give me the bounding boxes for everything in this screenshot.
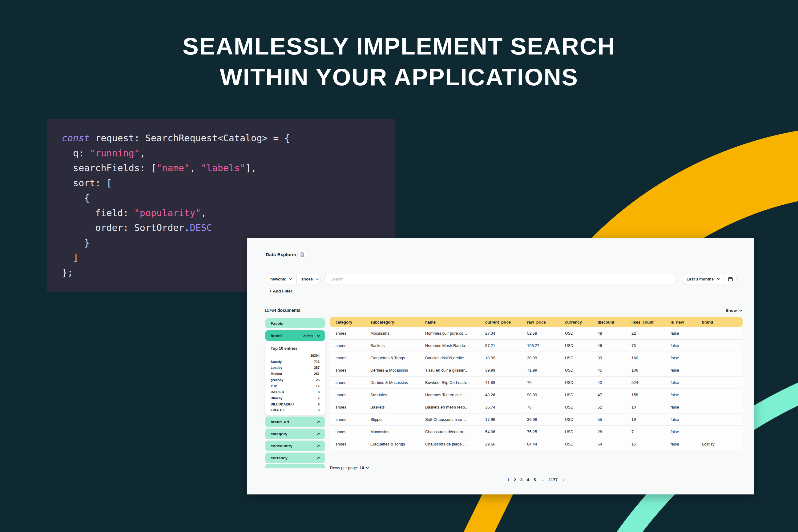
page-number[interactable]: 5 [534, 477, 536, 482]
page-number[interactable]: 4 [527, 477, 529, 482]
cell: shoes [336, 442, 370, 446]
facets-header-label: Facets [271, 321, 283, 326]
cell: Hommes cuir pure co… [425, 331, 485, 336]
cell: 18.99 [485, 356, 527, 360]
header-cell-name: name [425, 320, 485, 324]
cell: 52.58 [527, 331, 565, 336]
cell: USD [565, 405, 597, 410]
facet-brand_url[interactable]: brand_url [265, 417, 325, 427]
page-number[interactable]: 2 [514, 477, 516, 482]
dataset-select[interactable]: newchic [266, 274, 297, 284]
cell: 71.99 [527, 368, 565, 373]
facet-label: category [271, 432, 287, 436]
cell: 70 [527, 380, 565, 385]
cell: Hommes Mesh Rando… [425, 343, 485, 348]
facet-entry[interactable]: Blioesy7 [271, 395, 320, 401]
header-cell-brand: brand [702, 320, 743, 324]
facet-entry[interactable]: DILUODAISHU6 [271, 401, 320, 407]
chevron-down-icon [288, 277, 292, 281]
facet-entries: 10304Socofy713Lostisy367Menico281gracosy… [271, 353, 320, 414]
table-row[interactable]: shoesSlipperSoft Chaussons à se…17.9939.… [330, 413, 743, 425]
calendar-icon [728, 277, 733, 282]
facet-entry[interactable]: YJP17 [271, 383, 320, 390]
add-filter-button[interactable]: + Add Filter [269, 289, 292, 293]
facet-entry-name: Lostisy [271, 365, 282, 371]
facet-entry[interactable]: gracosy25 [271, 377, 320, 383]
chevron-down-icon [315, 277, 319, 281]
table-row[interactable]: shoesSandalesHommes Toe en cuir …48.2690… [330, 388, 743, 401]
cell: Chaussons de plage … [425, 442, 485, 446]
search-input[interactable] [324, 274, 677, 284]
table-row[interactable]: shoesBasketsBaskets en mesh resp…36.7476… [330, 401, 743, 413]
table-row[interactable]: shoesDerbies & MocassinsBowknot Slip On … [330, 376, 743, 388]
facet-entry[interactable]: R-SPIER8 [271, 389, 320, 395]
yellow-ribbon [464, 494, 513, 532]
document-icon [300, 252, 304, 257]
calendar-button[interactable] [724, 274, 737, 284]
facet-entry-name: FREETIE [271, 407, 285, 414]
facet-entry[interactable]: Socofy713 [271, 359, 320, 365]
facet-label: currency [271, 456, 288, 460]
facet-currency[interactable]: currency [265, 453, 325, 463]
facet-entry-count: 713 [314, 359, 320, 365]
cell: 47 [597, 393, 631, 397]
header-cell-raw_price: raw_price [527, 320, 565, 324]
pagination-ellipsis: … [540, 477, 544, 482]
pagination: 12345…1177 [330, 477, 743, 482]
facet-entry-name: Blioesy [271, 395, 282, 401]
cell: 106.27 [527, 343, 565, 348]
page: SEAMLESSLY IMPLEMENT SEARCH WITHIN YOUR … [0, 0, 798, 532]
facet-entry[interactable]: FREETIE6 [271, 407, 320, 414]
cell: 39.99 [485, 368, 527, 373]
chevron-up-icon [317, 444, 321, 448]
facet-entry[interactable]: Menico281 [271, 371, 320, 377]
chevron-right-icon[interactable] [562, 478, 566, 482]
cell: shoes [336, 331, 370, 336]
table-row[interactable]: shoesBasketsHommes Mesh Rando…57.21106.2… [330, 339, 743, 352]
cell: Baskets en mesh resp… [425, 405, 485, 410]
date-range-select[interactable]: Last 3 months [682, 274, 724, 284]
page-number[interactable]: 1 [507, 477, 510, 482]
cell: shoes [336, 368, 370, 373]
header-cell-discount: discount [597, 320, 631, 324]
facet-entry-count: 6 [318, 401, 320, 407]
cell: 28 [597, 430, 631, 434]
table-row[interactable]: shoesMocassinsChaussures décontra…54.067… [330, 425, 743, 438]
cell: 39 [597, 356, 631, 360]
cell: 73 [631, 343, 670, 348]
cell: Derbies & Mocassins [370, 380, 425, 385]
table-row[interactable]: shoesDerbies & MocassinsTissu en cuir à … [330, 364, 743, 376]
cell: 30.99 [527, 356, 565, 360]
cell: 15 [631, 442, 670, 446]
collection-select[interactable]: shoes [297, 274, 323, 284]
facet-category[interactable]: category [265, 429, 325, 439]
facet-codcountry[interactable]: codcountry [265, 440, 325, 451]
cell: 46 [597, 343, 631, 348]
document-icon-button[interactable] [298, 250, 307, 259]
facet-entry[interactable]: Lostisy367 [271, 365, 320, 371]
cell: false [670, 393, 702, 397]
cell: Claquettes & Tongs [370, 442, 425, 446]
header-cell-is_new: is_new [670, 320, 702, 324]
cell: 45 [597, 368, 631, 373]
table-row[interactable]: shoesClaquettes & TongsBoucles d&#39;ore… [330, 352, 743, 364]
rows-per-page[interactable]: Rows per page: 10 [330, 466, 369, 470]
cell: Derbies & Mocassins [370, 368, 425, 373]
cell: 7 [631, 430, 670, 434]
facet-entry[interactable]: 10304 [271, 353, 320, 359]
facet-entry-name: R-SPIER [271, 389, 284, 395]
page-number[interactable]: 1177 [549, 477, 557, 482]
chevron-up-icon [317, 432, 321, 436]
cell: USD [565, 393, 597, 397]
cell: 55 [597, 417, 631, 422]
dataset-select-value: newchic [270, 277, 286, 281]
page-number[interactable]: 3 [520, 477, 523, 482]
show-toggle[interactable]: Show [726, 308, 743, 313]
table-row[interactable]: shoesMocassinsHommes cuir pure co…27.345… [330, 327, 743, 339]
facet-entry-count: 8 [318, 389, 320, 395]
facet-brand[interactable]: brand 26 times [265, 330, 325, 341]
cell: Boucles d&#39;oreille… [425, 356, 485, 360]
facet-entry-name: YJP [271, 383, 277, 390]
table-row[interactable]: shoesClaquettes & TongsChaussons de plag… [330, 438, 743, 450]
cell: USD [565, 343, 597, 348]
